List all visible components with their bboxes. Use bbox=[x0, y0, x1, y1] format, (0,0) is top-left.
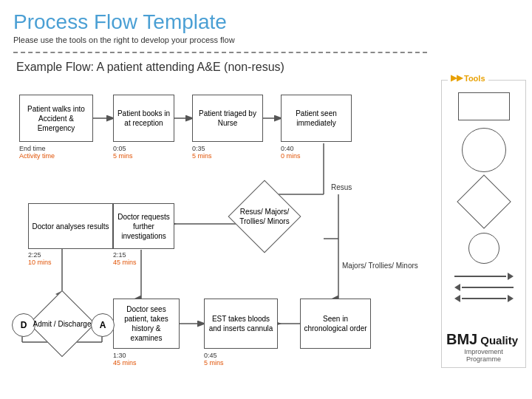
tool-arrow-both bbox=[454, 295, 514, 302]
flow-diagram: Patient walks into Accident & Emergency … bbox=[6, 80, 437, 375]
bmj-text: BMJ bbox=[446, 331, 477, 348]
flow-diamond-2: Admit / Discharge bbox=[31, 293, 93, 355]
time-label-3: 0:35 5 mins bbox=[192, 145, 212, 160]
tools-header: ▶▶ Tools bbox=[448, 73, 488, 83]
flow-box-2: Patient books in at reception bbox=[113, 95, 174, 142]
flow-box-9: Doctor sees patient, takes history & exa… bbox=[113, 299, 180, 349]
tool-diamond bbox=[457, 174, 511, 229]
tools-panel: ▶▶ Tools bbox=[441, 80, 526, 368]
tool-arrow-left bbox=[454, 284, 514, 291]
bmj-improvement-text: Improvement Programme bbox=[446, 348, 521, 363]
tools-arrow-icon: ▶▶ bbox=[451, 73, 463, 83]
tool-small-circle bbox=[468, 233, 499, 264]
bmj-quality-text: Quality bbox=[480, 334, 518, 347]
tools-label: Tools bbox=[464, 74, 485, 83]
flow-box-4: Patient seen immediately bbox=[281, 95, 352, 142]
page-subtitle: Please use the tools on the right to dev… bbox=[0, 35, 532, 49]
page-title: Process Flow Template bbox=[0, 0, 532, 35]
dashed-divider bbox=[13, 52, 427, 53]
resus-label: Resus bbox=[331, 183, 352, 191]
time-label-10: 0:45 5 mins bbox=[204, 352, 224, 366]
time-label-9: 1:30 45 mins bbox=[113, 352, 137, 366]
circle-a: A bbox=[91, 313, 115, 337]
time-label-1: End time Activity time bbox=[19, 145, 55, 160]
flow-diamond-1: Resus/ Majors/ Trollies/ Minors bbox=[231, 183, 298, 250]
flow-box-11: Seen in chronological order bbox=[300, 299, 371, 349]
flow-box-5: Doctor analyses results bbox=[28, 203, 113, 249]
time-label-4: 0:40 0 mins bbox=[281, 145, 301, 160]
tool-arrow-right bbox=[454, 273, 514, 280]
tool-rectangle bbox=[458, 92, 510, 120]
flow-box-10: EST takes bloods and inserts cannula bbox=[204, 299, 278, 349]
tool-circle bbox=[462, 128, 506, 172]
time-label-2: 0:05 5 mins bbox=[113, 145, 133, 160]
flow-box-1: Patient walks into Accident & Emergency bbox=[19, 95, 93, 142]
circle-d: D bbox=[12, 313, 35, 337]
bmj-logo: BMJ Quality Improvement Programme bbox=[446, 324, 521, 363]
tool-arrows bbox=[454, 273, 514, 302]
time-label-5: 2:25 10 mins bbox=[28, 251, 52, 266]
majors-label: Majors/ Trollies/ Minors bbox=[342, 261, 418, 271]
time-label-6: 2:15 45 mins bbox=[113, 251, 137, 266]
flow-box-6: Doctor requests further investigations bbox=[113, 203, 174, 249]
flow-box-3: Patient triaged by Nurse bbox=[192, 95, 263, 142]
